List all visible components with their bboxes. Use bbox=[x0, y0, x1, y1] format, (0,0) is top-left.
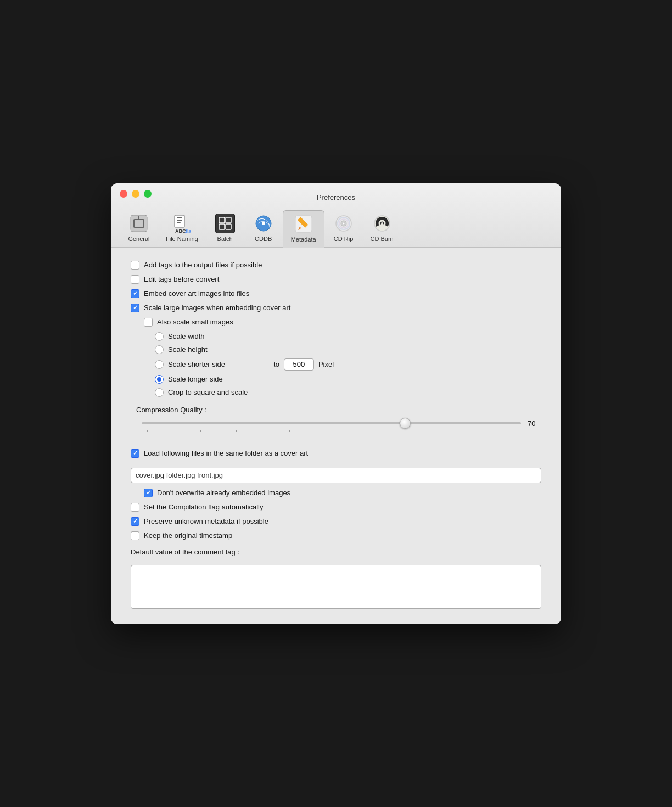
svg-rect-4 bbox=[177, 217, 182, 218]
scale-width-row: Scale width bbox=[155, 332, 541, 341]
scale-longer-row: Scale longer side bbox=[155, 375, 541, 384]
content-area: Add tags to the output files if possible… bbox=[111, 248, 561, 624]
crop-to-square-radio[interactable] bbox=[155, 388, 164, 397]
titlebar: Preferences General bbox=[111, 183, 561, 248]
load-cover-files-checkbox[interactable] bbox=[131, 449, 139, 458]
svg-rect-6 bbox=[177, 222, 181, 223]
compression-slider[interactable] bbox=[142, 422, 521, 424]
preserve-metadata-label: Preserve unknown metadata if possible bbox=[144, 517, 268, 525]
tab-general-label: General bbox=[128, 236, 149, 242]
load-cover-files-row: Load following files in the same folder … bbox=[131, 449, 541, 458]
tab-general[interactable]: General bbox=[120, 210, 158, 247]
tab-cd-rip[interactable]: CD Rip bbox=[324, 210, 363, 247]
comment-tag-textarea[interactable] bbox=[131, 565, 541, 609]
tab-cd-rip-label: CD Rip bbox=[334, 236, 353, 242]
dont-overwrite-label: Don't overwrite already embedded images bbox=[157, 489, 290, 497]
scale-shorter-row: Scale shorter side to Pixel bbox=[155, 358, 541, 371]
add-tags-checkbox[interactable] bbox=[131, 261, 139, 270]
scale-height-label: Scale height bbox=[168, 345, 208, 354]
preferences-window: Preferences General bbox=[111, 183, 561, 624]
tab-file-naming-label: File Naming bbox=[166, 236, 198, 242]
tab-metadata[interactable]: Metadata bbox=[283, 210, 324, 248]
scale-shorter-content: Scale shorter side to Pixel bbox=[168, 358, 334, 371]
preserve-metadata-checkbox[interactable] bbox=[131, 517, 139, 526]
slider-row: 70 bbox=[142, 419, 541, 428]
add-tags-label: Add tags to the output files if possible bbox=[144, 261, 262, 269]
compilation-flag-checkbox[interactable] bbox=[131, 503, 139, 512]
embed-cover-checkbox[interactable] bbox=[131, 289, 139, 298]
svg-rect-3 bbox=[175, 215, 184, 227]
compression-section: Compression Quality : 70 bbox=[131, 406, 541, 432]
svg-point-22 bbox=[343, 222, 345, 225]
dont-overwrite-checkbox[interactable] bbox=[144, 489, 153, 497]
compression-value: 70 bbox=[528, 419, 541, 428]
scale-large-row: Scale large images when embedding cover … bbox=[131, 304, 541, 312]
comment-tag-label: Default value of the comment tag : bbox=[131, 548, 541, 556]
embed-cover-row: Embed cover art images into files bbox=[131, 289, 541, 298]
keep-timestamp-row: Keep the original timestamp bbox=[131, 531, 541, 540]
also-scale-small-row: Also scale small images bbox=[144, 318, 541, 327]
cd-burn-icon bbox=[372, 214, 392, 233]
crop-to-square-row: Crop to square and scale bbox=[155, 388, 541, 397]
scale-height-row: Scale height bbox=[155, 345, 541, 354]
scale-longer-label: Scale longer side bbox=[168, 375, 223, 383]
general-icon bbox=[129, 214, 149, 233]
also-scale-small-checkbox[interactable] bbox=[144, 318, 153, 327]
slider-ticks bbox=[142, 429, 295, 432]
svg-text:.flac: .flac bbox=[184, 228, 191, 233]
pixel-unit-label: Pixel bbox=[318, 360, 334, 368]
keep-timestamp-label: Keep the original timestamp bbox=[144, 531, 232, 540]
edit-tags-label: Edit tags before convert bbox=[144, 275, 219, 283]
divider bbox=[131, 441, 541, 441]
cddb-icon bbox=[254, 214, 273, 233]
cover-files-input[interactable] bbox=[131, 468, 541, 483]
scale-shorter-radio[interactable] bbox=[155, 360, 164, 369]
window-title: Preferences bbox=[120, 193, 552, 201]
tab-cd-burn[interactable]: CD Burn bbox=[363, 210, 401, 247]
file-naming-icon: ABC .flac bbox=[172, 214, 192, 233]
also-scale-small-label: Also scale small images bbox=[157, 318, 233, 326]
tab-cddb[interactable]: CDDB bbox=[244, 210, 283, 247]
svg-point-15 bbox=[262, 222, 265, 225]
pixel-value-input[interactable] bbox=[284, 358, 314, 371]
compilation-flag-row: Set the Compilation flag automatically bbox=[131, 503, 541, 512]
keep-timestamp-checkbox[interactable] bbox=[131, 531, 139, 540]
batch-icon bbox=[215, 214, 235, 233]
tab-cd-burn-label: CD Burn bbox=[371, 236, 394, 242]
add-tags-row: Add tags to the output files if possible bbox=[131, 261, 541, 270]
tab-cddb-label: CDDB bbox=[255, 236, 272, 242]
scale-large-label: Scale large images when embedding cover … bbox=[144, 304, 290, 312]
svg-rect-5 bbox=[177, 220, 182, 221]
compression-label: Compression Quality : bbox=[136, 406, 541, 414]
cd-rip-icon bbox=[334, 214, 354, 233]
scale-longer-radio[interactable] bbox=[155, 375, 164, 384]
edit-tags-row: Edit tags before convert bbox=[131, 275, 541, 284]
scale-width-label: Scale width bbox=[168, 332, 204, 340]
scale-height-radio[interactable] bbox=[155, 345, 164, 354]
edit-tags-checkbox[interactable] bbox=[131, 275, 139, 284]
preserve-metadata-row: Preserve unknown metadata if possible bbox=[131, 517, 541, 526]
scale-shorter-label: Scale shorter side bbox=[168, 360, 225, 368]
toolbar: General ABC .flac File Naming bbox=[120, 210, 552, 247]
scale-large-checkbox[interactable] bbox=[131, 304, 139, 312]
tab-file-naming[interactable]: ABC .flac File Naming bbox=[158, 210, 206, 247]
scale-width-radio[interactable] bbox=[155, 332, 164, 341]
tab-batch[interactable]: Batch bbox=[206, 210, 244, 247]
tab-metadata-label: Metadata bbox=[291, 236, 316, 243]
dont-overwrite-row: Don't overwrite already embedded images bbox=[144, 489, 541, 497]
load-cover-files-label: Load following files in the same folder … bbox=[144, 449, 308, 457]
to-label: to bbox=[273, 360, 279, 368]
crop-to-square-label: Crop to square and scale bbox=[168, 388, 248, 396]
tab-batch-label: Batch bbox=[217, 236, 233, 242]
embed-cover-label: Embed cover art images into files bbox=[144, 289, 249, 298]
compilation-flag-label: Set the Compilation flag automatically bbox=[144, 503, 264, 511]
svg-point-28 bbox=[381, 222, 383, 225]
metadata-icon bbox=[294, 214, 313, 234]
